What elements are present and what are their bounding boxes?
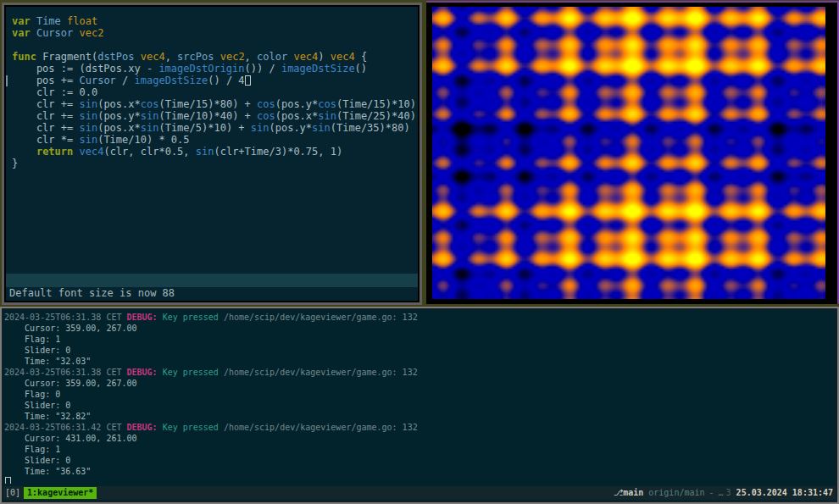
log-line: Flag: 1: [4, 444, 835, 455]
git-remote-name: origin/main: [648, 486, 704, 500]
log-line: 2024-03-25T06:31.38 CET DEBUG: Key press…: [4, 312, 835, 323]
emacs-editor-window[interactable]: var Time floatvar Cursor vec2func Fragme…: [2, 3, 422, 305]
code-line: pos := (dstPos.xy - imageDstOrigin()) / …: [12, 63, 418, 75]
tmux-session-index: [0]: [5, 486, 20, 500]
code-line: clr := 0.0: [12, 86, 418, 98]
code-line: clr += sin(pos.x*cos(Time/15)*80) + cos(…: [12, 98, 418, 110]
tmux-window-tab[interactable]: 1:kageviewer*: [24, 487, 97, 499]
code-line: [12, 39, 418, 51]
tmux-statusbar: [0] 1:kageviewer* ⎇mainorigin/main-…325.…: [3, 486, 836, 500]
log-line: Slider: 0: [4, 345, 835, 356]
log-line: Cursor: 359.00, 267.00: [4, 378, 835, 389]
editor-buffer: var Time floatvar Cursor vec2func Fragme…: [6, 7, 418, 301]
log-line: 2024-03-25T06:31.42 CET DEBUG: Key press…: [4, 422, 835, 433]
shader-viewer-window[interactable]: [426, 1, 839, 304]
code-line: }: [12, 158, 418, 169]
log-line: Time: "32.82": [4, 411, 835, 422]
tmux-status-right: ⎇mainorigin/main-…325.03.2024 18:31:47: [614, 486, 836, 500]
shader-output[interactable]: [432, 7, 825, 299]
code-line: clr += sin(pos.x*sin(Time/5)*10) + sin(p…: [12, 122, 418, 134]
code-line: var Cursor vec2: [12, 27, 418, 39]
log-line: Flag: 1: [4, 334, 835, 345]
log-line: Cursor: 431.00, 261.00: [4, 433, 835, 444]
git-branch-icon: ⎇: [614, 486, 624, 500]
log-line: Slider: 0: [4, 455, 835, 466]
changed-line-marker: [6, 75, 8, 86]
code-line: var Time float: [12, 15, 418, 27]
editor-cursor: [245, 75, 251, 86]
status-count: 3: [726, 486, 731, 500]
log-line: Time: "32.03": [4, 356, 835, 367]
log-line: Slider: 0: [4, 400, 835, 411]
code-line: func Fragment(dstPos vec4, srcPos vec2, …: [12, 51, 418, 63]
code-editor[interactable]: var Time floatvar Cursor vec2func Fragme…: [6, 7, 418, 274]
log-output: 2024-03-25T06:31.38 CET DEBUG: Key press…: [4, 312, 835, 484]
log-line: Flag: 0: [4, 389, 835, 400]
status-separator: -: [709, 486, 714, 500]
code-line: clr *= sin(Time/10) * 0.5: [12, 134, 418, 146]
code-line: pos += Cursor / imageDstSize() / 4: [12, 75, 418, 86]
status-ellipsis: …: [719, 486, 724, 500]
terminal-window[interactable]: 2024-03-25T06:31.38 CET DEBUG: Key press…: [0, 307, 839, 504]
prompt-line: [4, 477, 835, 484]
code-line: clr += sin(pos.y*sin(Time/10)*40) + cos(…: [12, 110, 418, 122]
echo-area: Default font size is now 88: [6, 287, 418, 301]
terminal-cursor: [5, 477, 11, 484]
emacs-modeline: -:--- ebiten.kage Bot 26:38 (Kage shader…: [6, 274, 418, 287]
status-datetime: 25.03.2024 18:31:47: [736, 486, 833, 500]
log-line: Cursor: 359.00, 267.00: [4, 323, 835, 334]
log-line: Time: "36.63": [4, 466, 835, 477]
log-line: 2024-03-25T06:31.38 CET DEBUG: Key press…: [4, 367, 835, 378]
git-branch-name: main: [623, 486, 643, 500]
code-line: return vec4(clr, clr*0.5, sin(clr+Time/3…: [12, 146, 418, 158]
